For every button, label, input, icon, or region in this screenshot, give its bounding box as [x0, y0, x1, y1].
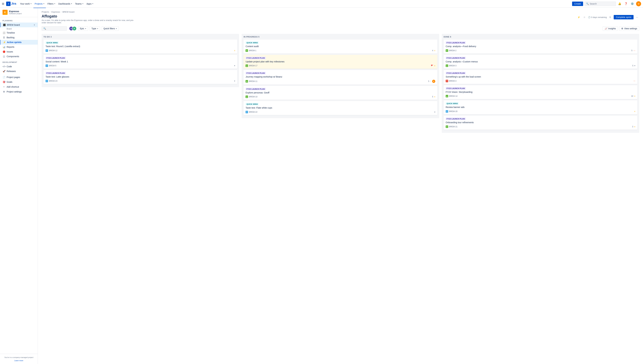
complete-sprint-button[interactable]: Complete sprint: [614, 15, 634, 20]
lightning-icon-button[interactable]: ⚡: [577, 15, 581, 20]
epic-badge-quick-wins: QUICK WINS: [46, 42, 59, 44]
board-toolbar: 🔍 U B Epic ▼ Type ▼ Quick filters ▼ 📈: [42, 26, 639, 31]
story-icon-brew-10: ▲: [246, 96, 248, 98]
epic-badge-brew-2: FY23 LAUNCH PLAN: [446, 42, 466, 44]
points-brew-2: 5: [631, 50, 632, 52]
card-brew-11[interactable]: FY23 LAUNCH PLAN Journey mapping worksho…: [244, 70, 437, 84]
breadcrumb-espresso[interactable]: Espresso: [52, 11, 60, 13]
card-footer-left-brew-21: ▲ BREW-21: [446, 126, 458, 128]
sidebar-item-components[interactable]: ◫ Components: [0, 54, 38, 59]
clock-icon: 🕐: [588, 16, 590, 18]
breadcrumb-projects[interactable]: Projects: [42, 11, 49, 13]
insights-button[interactable]: 📈 Insights: [603, 26, 618, 31]
share-icon-button[interactable]: ⎘: [608, 15, 612, 20]
card-footer-brew-22: ✓ BREW-22 ▾: [246, 111, 435, 113]
project-pages-icon: 📄: [2, 76, 5, 78]
card-brew-14[interactable]: FY23 LAUNCH PLAN FY23 Vision: Storyboard…: [444, 85, 637, 99]
board-search-icon: 🔍: [43, 27, 46, 30]
priority-icon-brew-12: ≡: [234, 50, 235, 52]
settings-button[interactable]: ⚙️: [630, 1, 635, 6]
card-brew-3[interactable]: FY23 LAUNCH PLAN Comp. analysis—Custom m…: [444, 55, 637, 69]
card-title-brew-5: Social content: Week 1: [46, 60, 235, 63]
task-icon-brew-20: ✓: [446, 110, 448, 113]
create-button[interactable]: Create: [572, 2, 583, 6]
nav-dashboards[interactable]: Dashboards ▼: [57, 2, 74, 6]
sidebar-item-active-sprints[interactable]: ⚡ Active sprints: [0, 40, 38, 44]
epic-filter-button[interactable]: Epic ▼: [78, 26, 88, 31]
card-title-brew-2: Comp. analysis—Food delivery: [446, 45, 635, 48]
card-id-brew-23: BREW-23: [49, 80, 57, 82]
card-brew-17[interactable]: FY23 LAUNCH PLAN Update project plan wit…: [244, 55, 437, 69]
card-footer-right-brew-12: ≡: [234, 50, 235, 52]
nav-your-work[interactable]: Your work ▼: [19, 2, 33, 6]
project-header: E Espresso Software project: [0, 8, 38, 17]
page-subtitle: As a user, I'm able to jump onto the Esp…: [42, 19, 136, 24]
card-brew-4[interactable]: FY23 LAUNCH PLAN Something's up with the…: [444, 70, 637, 84]
app-layout: E Espresso Software project PLANNING ⬛ B…: [0, 8, 643, 364]
story-icon-brew-2: ▲: [446, 49, 448, 52]
card-brew-1[interactable]: QUICK WINS Content audit ▲ BREW-1 4 ≡: [244, 40, 437, 54]
column-inprogress-header: IN PROGRESS 5: [244, 36, 437, 38]
priority-icon-brew-1: ≡: [434, 50, 435, 52]
epic-badge-brew-22: QUICK WINS: [246, 103, 259, 106]
jira-logo[interactable]: J Jira: [6, 2, 16, 6]
sidebar-item-issues[interactable]: 🔴 Issues: [0, 49, 38, 54]
card-footer-left-brew-10: ▲ BREW-10: [246, 96, 257, 98]
backlog-icon: ☰: [2, 36, 5, 39]
search-box[interactable]: 🔍 Search: [584, 2, 616, 6]
sidebar-item-releases[interactable]: 🚀 Releases: [0, 69, 38, 74]
view-settings-button[interactable]: ⚙ View settings: [619, 26, 639, 31]
sidebar-item-code[interactable]: </> Code: [0, 64, 38, 69]
points-brew-3: 5: [632, 64, 634, 67]
active-sprints-icon: ⚡: [3, 41, 6, 44]
user-avatar[interactable]: U: [636, 1, 641, 6]
priority-icon-brew-17: ≡: [434, 64, 435, 67]
sidebar-item-project-settings[interactable]: ⚙ Project settings: [0, 89, 38, 94]
star-icon-button[interactable]: ☆: [582, 15, 587, 20]
epic-badge-fy23-brew-5: FY23 LAUNCH PLAN: [46, 57, 66, 59]
sidebar-item-timeline[interactable]: ⬜ Timeline: [0, 30, 38, 35]
kanban-board: TO DO 3 QUICK WINS Taste test: Round 1 (…: [42, 34, 639, 133]
grid-icon[interactable]: ⊞: [2, 2, 4, 6]
sidebar-item-board-sub[interactable]: Board: [0, 27, 38, 30]
card-footer-brew-12: ✓ BREW-12 ≡: [46, 49, 235, 52]
card-footer-brew-17: ▲ BREW-17 🚩 ≡: [246, 64, 435, 67]
card-brew-10[interactable]: FY23 LAUNCH PLAN Explore personas: Geoff…: [244, 86, 437, 100]
card-brew-20[interactable]: QUICK WINS Review banner ads ✓ BREW-20 ≡: [444, 100, 637, 114]
card-brew-21[interactable]: FY23 LAUNCH PLAN Onboarding tour refinem…: [444, 116, 637, 130]
sidebar-item-backlog[interactable]: ☰ Backlog: [0, 35, 38, 40]
card-brew-5[interactable]: FY23 LAUNCH PLAN Social content: Week 1 …: [44, 55, 237, 69]
project-name: Espresso: [9, 10, 22, 12]
nav-teams[interactable]: Teams ▼: [74, 2, 85, 6]
card-brew-2[interactable]: FY23 LAUNCH PLAN Comp. analysis—Food del…: [444, 40, 637, 54]
epic-badge-fy23-brew-23: FY23 LAUNCH PLAN: [46, 72, 66, 74]
notifications-button[interactable]: 🔔: [617, 1, 622, 6]
sidebar-item-goals[interactable]: 🎯 Goals: [0, 80, 38, 84]
card-brew-23[interactable]: FY23 LAUNCH PLAN Taste test: Latte glass…: [44, 70, 237, 84]
nav-projects[interactable]: Projects ▼: [34, 2, 46, 6]
page-header: Affogato As a user, I'm able to jump ont…: [42, 14, 639, 24]
nav-apps[interactable]: Apps ▼: [85, 2, 95, 6]
sidebar-item-add-shortcut[interactable]: ＋ Add shortcut: [0, 84, 38, 89]
type-filter-button[interactable]: Type ▼: [90, 26, 100, 31]
quick-filters-button[interactable]: Quick filters ▼: [102, 26, 119, 31]
learn-more-link[interactable]: Learn more: [0, 360, 38, 363]
epic-badge-brew-20: QUICK WINS: [446, 102, 459, 105]
search-icon: 🔍: [586, 2, 589, 5]
story-icon-brew-14: ▲: [446, 95, 448, 98]
card-id-brew-17: BREW-17: [249, 64, 257, 67]
sidebar-item-project-pages[interactable]: 📄 Project pages: [0, 75, 38, 80]
avatar-user-2[interactable]: B: [72, 26, 76, 31]
card-brew-12[interactable]: QUICK WINS Taste test: Round 1 (vanilla …: [44, 40, 237, 54]
task-icon-brew-23: ✓: [46, 80, 48, 82]
breadcrumb-brew-board[interactable]: BREW board: [62, 11, 74, 13]
board-search-field[interactable]: 🔍: [42, 26, 67, 31]
card-brew-22[interactable]: QUICK WINS Taste test: Flate white cups …: [244, 101, 437, 115]
sidebar-item-brew-board[interactable]: ⬛ BREW board ▼: [0, 22, 38, 27]
breadcrumb: Projects / Espresso / BREW board: [42, 11, 639, 13]
more-actions-button[interactable]: ···: [635, 15, 639, 20]
nav-filters[interactable]: Filters ▼: [46, 2, 57, 6]
sidebar-item-reports[interactable]: 📊 Reports: [0, 44, 38, 49]
help-button[interactable]: ❓: [624, 1, 628, 6]
card-footer-right-brew-14: 10 ≡: [631, 95, 635, 97]
